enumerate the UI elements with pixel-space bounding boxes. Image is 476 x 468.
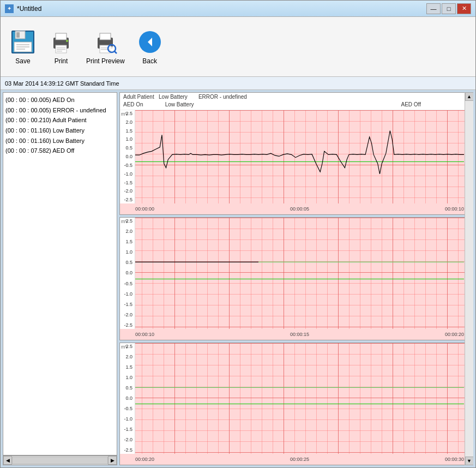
scroll-right-arrow[interactable]: ▶ bbox=[108, 456, 117, 465]
aed-on-label: AED On bbox=[123, 101, 143, 107]
chart-1-header: Adult Patient Low Battery ERROR - undefi… bbox=[120, 93, 473, 110]
chart-2-x-axis: 00:00:10 00:00:15 00:00:20 bbox=[135, 329, 464, 340]
print-preview-button[interactable]: Print Preview bbox=[81, 26, 130, 68]
event-item: (00 : 00 : 00.005) AED On bbox=[5, 95, 115, 105]
x3-label-030: 00:00:30 bbox=[445, 457, 464, 462]
timestamp-label: 03 Mar 2014 14:39:12 GMT Standard Time bbox=[5, 80, 119, 87]
svg-line-20 bbox=[115, 51, 117, 53]
event-item: (00 : 00 : 01.160) Low Battery bbox=[5, 136, 115, 146]
svg-point-13 bbox=[66, 40, 68, 42]
y-label-n20: -2.0 bbox=[120, 189, 134, 194]
chart-3-body: mV 2.5 2.0 1.5 1.0 0.5 0.0 -0.5 -1.0 -1.… bbox=[120, 343, 473, 465]
y-label-00: 0.0 bbox=[120, 154, 134, 159]
window-title: *Untitled bbox=[17, 5, 41, 13]
chart-1-body: mV 2.5 2.0 1.5 1.0 0.5 0.0 -0.5 -1.0 -1.… bbox=[120, 110, 473, 214]
print-preview-label: Print Preview bbox=[86, 57, 125, 65]
chart-3-y-axis: mV 2.5 2.0 1.5 1.0 0.5 0.0 -0.5 -1.0 -1.… bbox=[120, 343, 135, 454]
event-item: (00 : 00 : 00.005) ERROR - undefined bbox=[5, 105, 115, 116]
x-label-010: 00:00:10 bbox=[445, 206, 464, 212]
save-label: Save bbox=[15, 57, 30, 65]
minimize-button[interactable]: — bbox=[426, 3, 441, 14]
chart-1-y-axis: mV 2.5 2.0 1.5 1.0 0.5 0.0 -0.5 -1.0 -1.… bbox=[120, 110, 135, 203]
chart-1-x-axis: 00:00:00 00:00:05 00:00:10 bbox=[135, 203, 464, 214]
svg-rect-5 bbox=[16, 46, 29, 47]
x3-label-020: 00:00:20 bbox=[135, 457, 154, 462]
chart-3-x-axis: 00:00:20 00:00:25 00:00:30 bbox=[135, 454, 464, 465]
svg-rect-11 bbox=[57, 49, 65, 50]
chart-2-y-axis: mV 2.5 2.0 1.5 1.0 0.5 0.0 -0.5 -1.0 -1.… bbox=[120, 218, 135, 328]
x-label-000: 00:00:00 bbox=[135, 206, 154, 212]
x3-label-025: 00:00:25 bbox=[290, 457, 309, 462]
svg-rect-15 bbox=[100, 33, 111, 40]
chart-2-ecg bbox=[135, 218, 464, 300]
chart-2-mv-label: mV bbox=[121, 219, 129, 224]
print-icon bbox=[48, 29, 74, 55]
low-battery-2-label: Low Battery bbox=[165, 101, 194, 107]
event-item: (00 : 00 : 00.210) Adult Patient bbox=[5, 115, 115, 125]
toolbar: Save Print bbox=[1, 17, 475, 77]
event-item: (00 : 00 : 07.582) AED Off bbox=[5, 146, 115, 156]
scroll-up-arrow[interactable]: ▲ bbox=[465, 92, 474, 101]
svg-rect-8 bbox=[56, 33, 67, 40]
y-label-n05: -0.5 bbox=[120, 163, 134, 168]
chart-1: Adult Patient Low Battery ERROR - undefi… bbox=[119, 92, 473, 215]
scroll-left-arrow[interactable]: ◀ bbox=[3, 456, 12, 465]
chart-2-body: mV 2.5 2.0 1.5 1.0 0.5 0.0 -0.5 -1.0 -1.… bbox=[120, 218, 473, 339]
x2-label-020: 00:00:20 bbox=[445, 332, 464, 337]
y-label-n15: -1.5 bbox=[120, 181, 134, 185]
x2-label-015: 00:00:15 bbox=[290, 332, 309, 337]
right-scrollbar[interactable]: ▲ ▼ bbox=[465, 92, 473, 465]
close-button[interactable]: ✕ bbox=[457, 3, 471, 14]
chart-1-header-error: ERROR - undefined bbox=[198, 94, 247, 100]
svg-rect-6 bbox=[16, 49, 25, 50]
y-label-15: 1.5 bbox=[120, 129, 134, 134]
title-bar: ✦ *Untitled — □ ✕ bbox=[1, 1, 475, 17]
print-preview-icon bbox=[92, 29, 118, 55]
print-label: Print bbox=[55, 57, 68, 65]
charts-panel: Adult Patient Low Battery ERROR - undefi… bbox=[119, 92, 473, 465]
error-label: ERROR - undefined bbox=[198, 94, 247, 100]
svg-rect-4 bbox=[16, 44, 29, 45]
y-label-10: 1.0 bbox=[120, 137, 134, 142]
chart-1-ecg bbox=[135, 110, 464, 193]
y-label-05: 0.5 bbox=[120, 146, 134, 151]
main-content: (00 : 00 : 00.005) AED On (00 : 00 : 00.… bbox=[1, 90, 475, 467]
back-button[interactable]: Back bbox=[132, 26, 168, 68]
y-label-n10: -1.0 bbox=[120, 172, 134, 177]
maximize-button[interactable]: □ bbox=[442, 3, 456, 14]
status-bar: 03 Mar 2014 14:39:12 GMT Standard Time bbox=[1, 77, 475, 90]
chart-3-ecg bbox=[135, 343, 464, 425]
y-label-n25: -2.5 bbox=[120, 197, 134, 202]
aed-off-label: AED Off bbox=[401, 101, 421, 107]
print-button[interactable]: Print bbox=[43, 26, 79, 68]
horizontal-scrollbar-track[interactable] bbox=[12, 457, 108, 464]
svg-point-21 bbox=[110, 46, 114, 51]
save-icon bbox=[10, 29, 36, 55]
low-battery-label: Low Battery bbox=[159, 94, 188, 100]
title-bar-left: ✦ *Untitled bbox=[5, 4, 41, 13]
chart-3-mv-label: mV bbox=[121, 344, 129, 350]
title-buttons: — □ ✕ bbox=[426, 3, 471, 14]
chart-1-mv-label: mV bbox=[121, 111, 129, 117]
adult-patient-label: Adult Patient bbox=[123, 94, 154, 100]
chart-2: mV 2.5 2.0 1.5 1.0 0.5 0.0 -0.5 -1.0 -1.… bbox=[119, 217, 473, 340]
chart-1-header-text: Adult Patient Low Battery bbox=[123, 94, 188, 100]
chart-3: mV 2.5 2.0 1.5 1.0 0.5 0.0 -0.5 -1.0 -1.… bbox=[119, 343, 473, 465]
svg-rect-2 bbox=[16, 32, 20, 38]
scroll-down-arrow[interactable]: ▼ bbox=[465, 457, 474, 465]
save-button[interactable]: Save bbox=[5, 26, 41, 68]
event-item: (00 : 00 : 01.160) Low Battery bbox=[5, 125, 115, 136]
svg-rect-10 bbox=[57, 47, 65, 49]
x-label-005: 00:00:05 bbox=[290, 206, 309, 212]
back-icon bbox=[137, 29, 163, 55]
app-icon: ✦ bbox=[5, 4, 14, 13]
y-label-20: 2.0 bbox=[120, 120, 134, 125]
back-label: Back bbox=[142, 57, 157, 65]
events-panel: (00 : 00 : 00.005) AED On (00 : 00 : 00.… bbox=[3, 92, 117, 455]
svg-rect-12 bbox=[57, 51, 62, 52]
main-window: ✦ *Untitled — □ ✕ Save bbox=[0, 0, 476, 468]
scrollbar-track[interactable] bbox=[465, 101, 473, 457]
x2-label-010: 00:00:10 bbox=[135, 332, 154, 337]
